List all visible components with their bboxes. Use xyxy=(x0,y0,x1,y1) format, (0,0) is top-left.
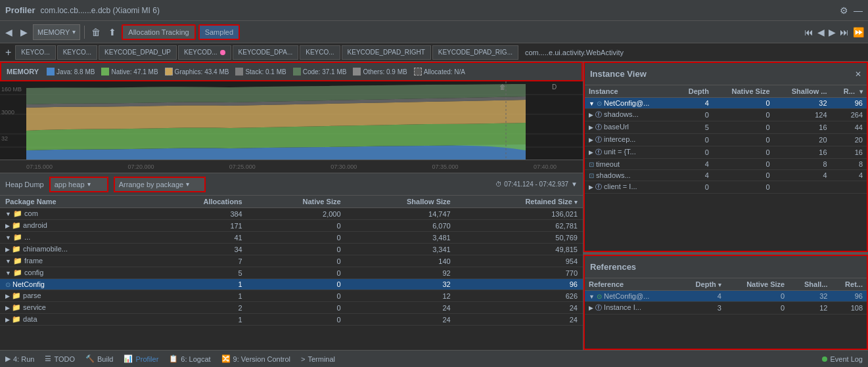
table-row[interactable]: ▶ 📁 service 202424 xyxy=(0,302,583,314)
time-range: ⏱ 07:41.124 - 07:42.937 ▼ xyxy=(495,181,578,188)
nav-prev-icon[interactable]: ◀ xyxy=(816,27,826,37)
nav-end-icon[interactable]: ⏭ xyxy=(838,27,850,37)
forward-button[interactable]: ▶ xyxy=(18,26,30,39)
status-profiler[interactable]: 📊 Profiler xyxy=(124,355,158,363)
sampled-button[interactable]: Sampled xyxy=(198,24,240,40)
heap-dropdown[interactable]: app heap ▾ xyxy=(49,177,108,192)
tab-keycode-4[interactable]: KEYCODE_DPA... xyxy=(233,45,299,60)
instance-view-title: Instance View xyxy=(590,69,647,79)
status-todo[interactable]: ☰ TODO xyxy=(45,355,75,363)
col-allocations[interactable]: Allocations xyxy=(147,196,247,208)
inst-col-depth[interactable]: Depth xyxy=(675,85,713,98)
webactivity-tab[interactable]: com.....e.ui.activity.WebActivity xyxy=(520,47,629,58)
delete-button[interactable]: 🗑 xyxy=(89,26,103,39)
instance-table: Instance Depth Native Size Shallow ... R… xyxy=(585,85,867,194)
ref-row-netconfig[interactable]: ▼ ⊙ NetConfig@... 403296 xyxy=(585,291,867,302)
allocation-tracking-button[interactable]: Allocation Tracking xyxy=(122,24,195,40)
table-row[interactable]: ▶ 📁 data 102424 xyxy=(0,314,583,326)
tab-keycode-2[interactable]: KEYCO... xyxy=(57,45,97,60)
memory-label: MEMORY xyxy=(7,68,39,76)
ref-col-depth[interactable]: Depth ▾ xyxy=(679,278,725,291)
status-run[interactable]: ▶ 4: Run xyxy=(5,355,34,363)
instance-table-area[interactable]: Instance Depth Native Size Shallow ... R… xyxy=(585,85,867,251)
profiler-subtitle: com.loc.cb......e.dcb (Xiaomi MI 6) xyxy=(41,6,160,15)
tab-keycode-5[interactable]: KEYCO... xyxy=(300,45,340,60)
table-row[interactable]: ▼ 📁 frame 70140954 xyxy=(0,255,583,267)
ref-col-reference[interactable]: Reference xyxy=(585,278,679,291)
minimize-icon[interactable]: — xyxy=(854,5,863,16)
col-package-name[interactable]: Package Name xyxy=(0,196,147,208)
col-shallow-size[interactable]: Shallow Size xyxy=(346,196,456,208)
svg-text:🗑: 🗑 xyxy=(499,83,506,91)
ref-col-native[interactable]: Native Size xyxy=(725,278,788,291)
status-version-control[interactable]: 🔀 9: Version Control xyxy=(221,355,290,363)
table-row[interactable]: ▶ 📁 parse 1012626 xyxy=(0,290,583,302)
gear-icon[interactable]: ⚙ xyxy=(840,5,848,16)
close-icon[interactable]: ✕ xyxy=(855,70,861,79)
instance-row-netconfig[interactable]: ▼ ⊙ NetConfig@... 403296 xyxy=(585,98,867,109)
tab-keycode-3[interactable]: KEYCOD... xyxy=(178,45,231,60)
right-panel: Instance View ✕ Instance Depth Native Si… xyxy=(583,62,868,350)
top-bar: Profiler com.loc.cb......e.dcb (Xiaomi M… xyxy=(0,0,868,21)
todo-icon: ☰ xyxy=(45,355,51,363)
tab-keycode-6[interactable]: KEYCODE_DPAD_RIG... xyxy=(432,45,518,60)
tab-keycode-dpad-right[interactable]: KEYCODE_DPAD_RIGHT xyxy=(342,45,431,60)
instance-row[interactable]: ▶ ⓕ baseUrl 501644 xyxy=(585,121,867,134)
references-title: References xyxy=(590,262,636,272)
build-icon: 🔨 xyxy=(85,355,95,363)
plus-button[interactable]: + xyxy=(3,47,14,58)
nav-next-icon[interactable]: ▶ xyxy=(827,27,837,37)
nav-forward-icon[interactable]: ⏩ xyxy=(852,27,865,37)
references-view: References Reference Depth ▾ Native Size… xyxy=(583,255,868,350)
table-row-netconfig[interactable]: ⊙ NetConfig 103296 xyxy=(0,279,583,290)
export-button[interactable]: ⬆ xyxy=(106,26,119,39)
ref-col-shallow[interactable]: Shall... xyxy=(788,278,831,291)
tab-keycode-dpad-up[interactable]: KEYCODE_DPAD_UP xyxy=(99,45,177,60)
instance-row[interactable]: ⊡ shadows... 4044 xyxy=(585,170,867,181)
instance-row[interactable]: ▶ ⓕ intercep... 002020 xyxy=(585,134,867,146)
heap-controls: Heap Dump app heap ▾ Arrange by package … xyxy=(0,173,583,196)
ref-row[interactable]: ▶ ⓕ Instance I... 3012108 xyxy=(585,302,867,314)
back-button[interactable]: ◀ xyxy=(3,26,15,39)
inst-col-instance[interactable]: Instance xyxy=(585,85,675,98)
memory-graph: 160 MB 3000 32 🗑 D xyxy=(0,81,583,160)
table-row[interactable]: ▶ 📁 chinamobile... 3403,34149,815 xyxy=(0,244,583,255)
package-table-area[interactable]: Package Name Allocations Native Size Sha… xyxy=(0,196,583,350)
arrange-dropdown[interactable]: Arrange by package ▾ xyxy=(114,177,206,192)
status-logcat[interactable]: 📋 6: Logcat xyxy=(169,355,210,363)
nav-start-icon[interactable]: ⏮ xyxy=(803,27,815,37)
instance-row[interactable]: ▶ ⓕ unit = {T... 001616 xyxy=(585,146,867,159)
memory-dropdown[interactable]: MEMORY ▾ xyxy=(33,24,80,40)
svg-text:D: D xyxy=(552,83,557,91)
table-row[interactable]: ▼ 📁 ... 4103,48150,769 xyxy=(0,232,583,244)
references-header: References xyxy=(585,256,867,278)
tab-keycode-1[interactable]: KEYCO... xyxy=(15,45,55,60)
svg-text:3000: 3000 xyxy=(1,109,14,116)
status-terminal[interactable]: > Terminal xyxy=(301,355,335,363)
instance-row[interactable]: ⊡ timeout 4088 xyxy=(585,159,867,170)
instance-view: Instance View ✕ Instance Depth Native Si… xyxy=(583,62,868,252)
table-row[interactable]: ▶ 📁 android 17106,07062,781 xyxy=(0,220,583,232)
green-dot xyxy=(822,356,827,362)
references-table: Reference Depth ▾ Native Size Shall... R… xyxy=(585,278,867,314)
references-table-area[interactable]: Reference Depth ▾ Native Size Shall... R… xyxy=(585,278,867,349)
col-native-size[interactable]: Native Size xyxy=(248,196,346,208)
event-log[interactable]: Event Log xyxy=(822,355,863,363)
instance-row[interactable]: ▶ ⓕ shadows... 00124264 xyxy=(585,109,867,121)
status-build[interactable]: 🔨 Build xyxy=(85,355,113,363)
package-table: Package Name Allocations Native Size Sha… xyxy=(0,196,583,326)
memory-legend: Java: 8.8 MB Native: 47.1 MB Graphics: 4… xyxy=(47,68,465,76)
table-row[interactable]: ▼ 📁 config 5092770 xyxy=(0,267,583,279)
terminal-icon: > xyxy=(301,355,305,363)
inst-col-retained[interactable]: R... ▾ xyxy=(831,85,867,98)
inst-col-native[interactable]: Native Size xyxy=(713,85,774,98)
version-control-icon: 🔀 xyxy=(221,355,231,363)
inst-col-shallow[interactable]: Shallow ... xyxy=(774,85,831,98)
instance-view-header: Instance View ✕ xyxy=(585,63,867,85)
instance-row[interactable]: ▶ ⓕ client = I... 00 xyxy=(585,181,867,194)
table-row[interactable]: ▼ 📁 com 3842,00014,747136,021 xyxy=(0,208,583,220)
col-retained-size[interactable]: Retained Size ▾ xyxy=(456,196,583,208)
profiler-status-icon: 📊 xyxy=(124,355,133,363)
status-bar: ▶ 4: Run ☰ TODO 🔨 Build 📊 Profiler 📋 6: … xyxy=(0,350,868,367)
ref-col-retained[interactable]: Ret... xyxy=(831,278,867,291)
